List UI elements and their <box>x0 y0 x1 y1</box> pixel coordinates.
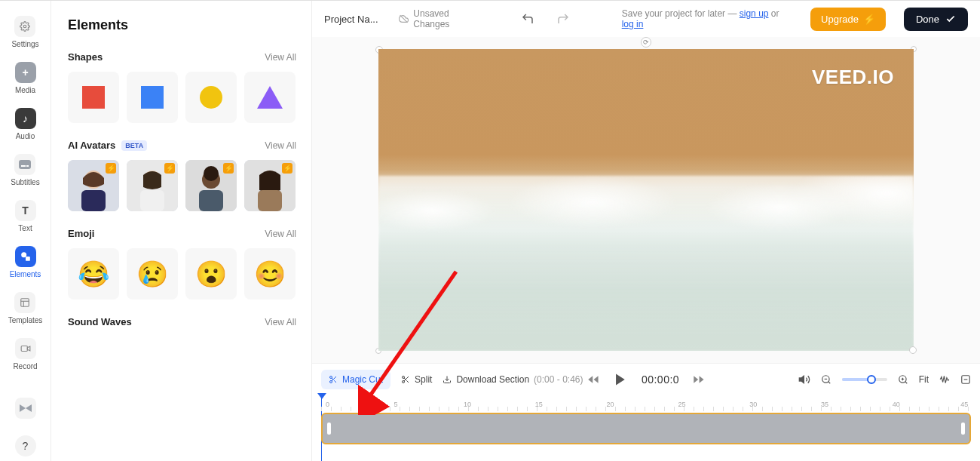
svg-marker-38 <box>588 376 593 383</box>
timeline[interactable]: 0 5 10 15 20 25 30 35 40 45 <box>312 395 980 461</box>
svg-line-35 <box>406 380 409 383</box>
bolt-icon: ⚡ <box>223 163 234 174</box>
nav-settings[interactable]: Settings <box>11 16 38 48</box>
camera-icon <box>15 338 36 359</box>
svg-rect-3 <box>26 165 29 167</box>
emoji-cry[interactable]: 😢 <box>127 248 178 300</box>
timeline-clip[interactable] <box>321 413 971 444</box>
zoom-out-button[interactable] <box>821 374 831 385</box>
play-button[interactable] <box>613 372 628 387</box>
panel-title: Elements <box>68 17 296 33</box>
clip-handle-right[interactable] <box>961 423 965 435</box>
ruler-mark: 15 <box>535 401 543 408</box>
svg-point-28 <box>330 380 332 383</box>
nav-label: Media <box>15 86 35 94</box>
emoji-joy[interactable]: 😂 <box>68 248 119 300</box>
svg-point-4 <box>21 252 26 257</box>
shapes-icon <box>15 246 36 267</box>
fit-button[interactable]: Fit <box>919 374 929 385</box>
topbar: Project Na... Unsaved Changes Save your … <box>312 1 980 37</box>
ruler-mark: 25 <box>678 401 685 408</box>
shape-red-square[interactable] <box>68 72 119 123</box>
nav-text[interactable]: T Text <box>15 200 36 232</box>
nav-help[interactable]: ? <box>15 435 36 456</box>
nav-subtitles[interactable]: Subtitles <box>11 154 39 186</box>
svg-rect-15 <box>81 190 106 211</box>
watermark: VEED.IO <box>812 66 894 89</box>
save-prompt: Save your project for later — sign up or… <box>622 8 792 29</box>
bolt-icon: ⚡ <box>863 14 875 25</box>
ruler-mark: 20 <box>607 401 614 408</box>
svg-point-21 <box>204 166 219 181</box>
shape-purple-triangle[interactable] <box>244 72 296 123</box>
svg-rect-5 <box>26 257 30 261</box>
zoom-thumb[interactable] <box>867 375 876 384</box>
nav-audio[interactable]: ♪ Audio <box>15 108 36 140</box>
download-section-button[interactable]: Download Section(0:00 - 0:46) <box>443 374 583 385</box>
forward-button[interactable] <box>693 373 705 386</box>
rotate-handle[interactable]: ⟳ <box>641 37 651 48</box>
waveform-icon[interactable] <box>939 374 950 385</box>
magic-cut-button[interactable]: Magic Cut <box>321 370 390 389</box>
avatar-4[interactable]: ⚡ <box>244 160 296 211</box>
nav-label: Text <box>18 224 32 232</box>
soundwaves-viewall[interactable]: View All <box>265 317 296 327</box>
upgrade-button[interactable]: Upgrade⚡ <box>810 8 886 31</box>
video-canvas[interactable]: ⟳ VEED.IO <box>378 49 914 351</box>
split-button[interactable]: Split <box>401 374 432 385</box>
soundwaves-title: Sound Waves <box>68 316 132 327</box>
nav-templates[interactable]: Templates <box>8 292 43 324</box>
svg-rect-18 <box>140 190 164 211</box>
download-icon <box>443 375 452 384</box>
timecode: 00:00:0 <box>642 373 679 386</box>
done-button[interactable]: Done <box>904 8 968 31</box>
project-name[interactable]: Project Na... <box>324 14 381 25</box>
section-shapes: Shapes View All <box>68 51 296 123</box>
redo-button[interactable] <box>554 10 571 28</box>
svg-marker-11 <box>20 404 26 412</box>
volume-button[interactable] <box>798 373 810 386</box>
svg-marker-41 <box>700 376 704 383</box>
bowtie-icon <box>15 398 36 419</box>
nav-label: Settings <box>11 40 38 48</box>
nav-record[interactable]: Record <box>13 338 37 370</box>
nav-label: Subtitles <box>11 178 39 186</box>
emoji-surprised[interactable]: 😮 <box>185 248 237 300</box>
svg-marker-12 <box>26 404 32 412</box>
shape-yellow-circle[interactable] <box>185 72 237 123</box>
ruler-mark: 30 <box>749 401 757 408</box>
avatars-viewall[interactable]: View All <box>265 140 296 151</box>
shapes-viewall[interactable]: View All <box>265 52 296 63</box>
music-note-icon: ♪ <box>15 108 36 129</box>
svg-point-27 <box>330 376 332 378</box>
section-emoji: Emoji View All 😂 😢 😮 😊 <box>68 228 296 300</box>
avatar-1[interactable]: ⚡ <box>68 160 119 211</box>
video-frame: VEED.IO <box>378 49 914 351</box>
scissors-icon <box>401 375 410 384</box>
avatar-2[interactable]: ⚡ <box>127 160 178 211</box>
clip-handle-left[interactable] <box>327 423 331 435</box>
signup-link[interactable]: sign up <box>740 8 769 19</box>
ruler-mark: 45 <box>960 401 968 408</box>
elements-panel: Elements Shapes View All AI AvatarsBETA … <box>51 1 312 461</box>
bolt-icon: ⚡ <box>282 163 292 174</box>
nav-elements[interactable]: Elements <box>10 246 41 278</box>
login-link[interactable]: log in <box>622 19 644 29</box>
emoji-viewall[interactable]: View All <box>265 229 296 239</box>
ruler-mark: 35 <box>821 401 828 408</box>
avatar-3[interactable]: ⚡ <box>185 160 237 211</box>
zoom-in-button[interactable] <box>898 374 908 385</box>
undo-button[interactable] <box>519 10 537 28</box>
rewind-button[interactable] <box>587 373 599 386</box>
unsaved-status: Unsaved Changes <box>399 8 483 29</box>
nav-transitions[interactable] <box>15 398 36 419</box>
beta-badge: BETA <box>121 140 147 151</box>
emoji-blush[interactable]: 😊 <box>244 248 296 300</box>
settings-icon[interactable] <box>960 374 971 385</box>
shape-blue-square[interactable] <box>127 72 178 123</box>
shapes-title: Shapes <box>68 51 103 63</box>
timeline-ruler[interactable]: 0 5 10 15 20 25 30 35 40 45 <box>321 395 971 411</box>
zoom-slider[interactable] <box>842 378 887 381</box>
nav-media[interactable]: + Media <box>15 62 36 94</box>
left-nav-rail: Settings + Media ♪ Audio Subtitles T Tex… <box>0 1 51 461</box>
